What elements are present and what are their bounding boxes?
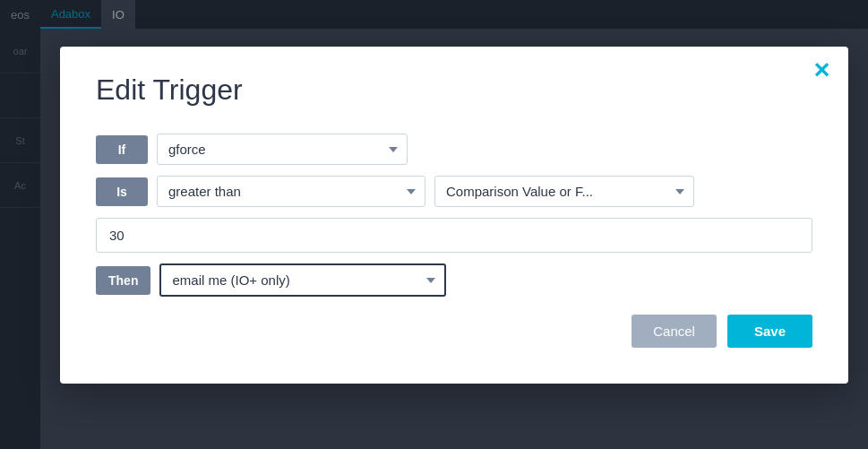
- then-label: Then: [96, 266, 150, 295]
- modal-container: ✕ Edit Trigger If gforce Is greater than…: [40, 29, 868, 449]
- is-row: Is greater thanless thanequal to Compari…: [96, 176, 812, 207]
- cancel-button[interactable]: Cancel: [632, 315, 717, 348]
- button-row: Cancel Save: [96, 315, 812, 348]
- is-label: Is: [96, 177, 148, 206]
- modal-box: ✕ Edit Trigger If gforce Is greater than…: [60, 47, 848, 384]
- feed-select[interactable]: Comparison Value or F...: [434, 176, 694, 207]
- if-select[interactable]: gforce: [157, 134, 408, 165]
- save-button[interactable]: Save: [727, 315, 812, 348]
- then-row: Then email me (IO+ only)send SMS (IO+ on…: [96, 263, 812, 297]
- value-input[interactable]: [96, 218, 812, 253]
- if-label: If: [96, 135, 148, 164]
- then-select[interactable]: email me (IO+ only)send SMS (IO+ only)no…: [159, 263, 446, 297]
- if-row: If gforce: [96, 134, 812, 165]
- is-select[interactable]: greater thanless thanequal to: [157, 176, 425, 207]
- modal-title: Edit Trigger: [96, 73, 812, 107]
- close-button[interactable]: ✕: [812, 60, 830, 82]
